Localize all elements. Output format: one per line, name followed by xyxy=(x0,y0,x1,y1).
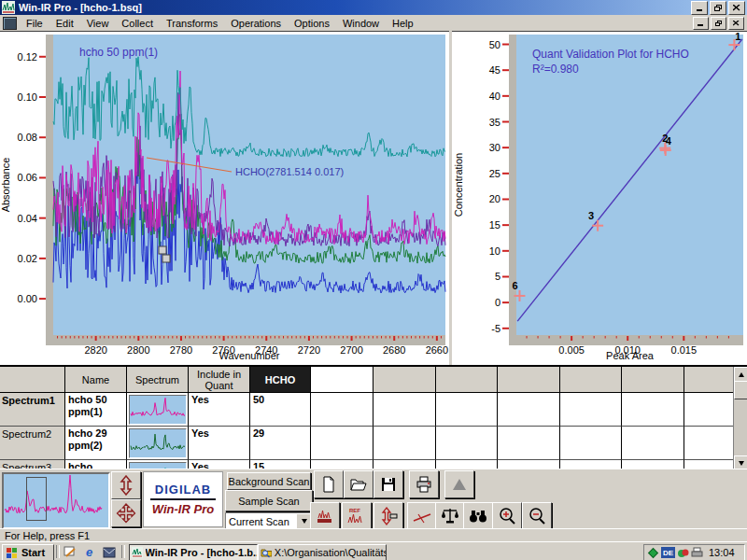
menu-view[interactable]: View xyxy=(80,17,116,30)
table-cell-empty[interactable] xyxy=(374,427,436,460)
quant-validation-plot[interactable]: 50454035302520151050-50.0050.0100.015Pea… xyxy=(452,32,747,366)
expand-xy-button[interactable] xyxy=(111,499,141,527)
task-label: X:\Organisation\Qualitäts... xyxy=(275,547,386,558)
background-scan-button[interactable]: Background Scan xyxy=(227,472,311,490)
quicklaunch-outlook[interactable] xyxy=(101,545,117,559)
reference-spectrum-button[interactable]: REF xyxy=(342,502,372,530)
cell-spectrum-thumbnail[interactable] xyxy=(127,427,189,460)
minimize-icon xyxy=(696,5,703,11)
svg-text:0.005: 0.005 xyxy=(558,344,585,356)
language-indicator[interactable]: DE xyxy=(661,547,675,558)
table-cell-empty[interactable] xyxy=(684,427,734,460)
mdi-minimize-button[interactable] xyxy=(693,17,709,30)
table-cell-empty[interactable] xyxy=(560,393,622,427)
scrollbar-thumb[interactable] xyxy=(734,381,747,399)
table-cell-empty[interactable] xyxy=(622,427,684,460)
print-button[interactable] xyxy=(409,470,439,498)
table-cell-empty[interactable] xyxy=(498,427,560,460)
table-cell-empty[interactable] xyxy=(436,427,498,460)
annotate-line-button[interactable] xyxy=(407,502,437,530)
cell-include[interactable]: Yes xyxy=(189,427,250,460)
svg-text:50: 50 xyxy=(489,39,500,50)
table-cell-empty[interactable] xyxy=(560,427,622,460)
absorbance-spectrum-plot[interactable]: 0.120.100.080.060.040.020.00282028002780… xyxy=(0,32,449,366)
arrow-down-icon xyxy=(739,461,744,466)
svg-text:0.015: 0.015 xyxy=(671,344,698,356)
svg-text:-5: -5 xyxy=(491,323,500,334)
cell-include[interactable]: Yes xyxy=(189,393,250,427)
menu-transforms[interactable]: Transforms xyxy=(160,17,224,30)
column-header-name[interactable]: Name xyxy=(65,367,127,393)
row-header[interactable]: Spectrum1 xyxy=(0,393,65,427)
tray-green-icon[interactable] xyxy=(647,547,659,559)
table-cell-empty[interactable] xyxy=(311,427,374,460)
start-button[interactable]: Start xyxy=(2,544,54,560)
document-icon[interactable] xyxy=(3,17,17,30)
menu-options[interactable]: Options xyxy=(288,17,336,30)
save-file-button[interactable] xyxy=(374,470,403,498)
cell-value[interactable]: 50 xyxy=(250,393,311,427)
table-cell-empty[interactable] xyxy=(498,393,560,427)
table-scrollbar[interactable] xyxy=(733,367,747,470)
zoom-out-button[interactable] xyxy=(522,502,552,530)
show-desktop-icon xyxy=(63,546,77,558)
svg-text:Concentration: Concentration xyxy=(453,153,464,217)
cell-spectrum-thumbnail[interactable] xyxy=(127,393,189,427)
new-document-button[interactable] xyxy=(314,470,344,498)
table-cell-empty[interactable] xyxy=(311,393,374,427)
table-cell-empty[interactable] xyxy=(684,393,734,427)
menu-help[interactable]: Help xyxy=(386,17,420,30)
zoom-in-icon xyxy=(497,506,517,526)
expand-y-button[interactable] xyxy=(111,471,141,499)
menu-window[interactable]: Window xyxy=(336,17,386,30)
open-file-button[interactable] xyxy=(344,470,374,498)
quicklaunch-show-desktop[interactable] xyxy=(62,545,78,559)
svg-text:0.08: 0.08 xyxy=(18,132,37,143)
column-header-spectrum[interactable]: Spectrum xyxy=(127,367,189,393)
svg-text:REF: REF xyxy=(349,508,360,513)
minimize-button[interactable] xyxy=(691,1,708,15)
close-icon xyxy=(733,21,740,26)
scroll-up-button[interactable] xyxy=(734,367,747,382)
row-header[interactable]: Spectrum2 xyxy=(0,427,65,460)
preview-selection-rect[interactable] xyxy=(26,477,47,521)
column-header-component[interactable]: HCHO xyxy=(250,367,311,393)
tray-printer-icon[interactable] xyxy=(691,547,703,558)
column-header-empty xyxy=(622,367,684,393)
svg-text:Quant Validation Plot for HCHO: Quant Validation Plot for HCHO xyxy=(532,48,689,61)
task-button-winir[interactable]: Win-IR Pro - [hcho-1.b... xyxy=(129,544,258,560)
quicklaunch-internet-explorer[interactable]: e xyxy=(81,545,97,559)
search-binoculars-button[interactable] xyxy=(463,502,493,530)
table-cell-empty[interactable] xyxy=(374,393,436,427)
cell-value[interactable]: 29 xyxy=(250,427,311,460)
menu-edit[interactable]: Edit xyxy=(49,17,80,30)
taskbar: Start e Win-IR Pro - [hcho-1.b... xyxy=(0,541,747,560)
menu-file[interactable]: File xyxy=(20,17,49,30)
restore-icon xyxy=(714,5,723,12)
quantify-scales-button[interactable] xyxy=(435,502,465,530)
close-button[interactable] xyxy=(728,1,745,15)
table-cell-empty[interactable] xyxy=(622,393,684,427)
svg-text:6: 6 xyxy=(512,280,517,291)
scale-expand-button[interactable] xyxy=(374,502,403,530)
task-button-explorer[interactable]: X:\Organisation\Qualitäts... xyxy=(258,544,387,560)
spectrum-thumbnail xyxy=(129,395,187,425)
cell-name[interactable]: hcho 50 ppm(1) xyxy=(65,393,127,427)
restore-button[interactable] xyxy=(710,1,726,15)
up-triangle-button[interactable] xyxy=(444,470,474,498)
svg-text:3: 3 xyxy=(588,210,594,221)
column-header-include[interactable]: Include in Quant xyxy=(189,367,250,393)
mdi-close-button[interactable] xyxy=(728,17,744,30)
baseline-correct-button[interactable] xyxy=(310,502,340,530)
sample-scan-button[interactable]: Sample Scan xyxy=(225,490,313,511)
menu-collect[interactable]: Collect xyxy=(115,17,160,30)
menu-operations[interactable]: Operations xyxy=(224,17,288,30)
spectrum-preview[interactable] xyxy=(2,472,110,529)
zoom-in-button[interactable] xyxy=(492,502,522,530)
svg-text:15: 15 xyxy=(489,219,500,231)
tray-status-icon[interactable] xyxy=(677,547,689,559)
table-cell-empty[interactable] xyxy=(436,393,498,427)
scale-expand-icon xyxy=(378,506,399,526)
mdi-restore-button[interactable] xyxy=(711,17,726,30)
cell-name[interactable]: hcho 29 ppm(2) xyxy=(65,427,127,460)
